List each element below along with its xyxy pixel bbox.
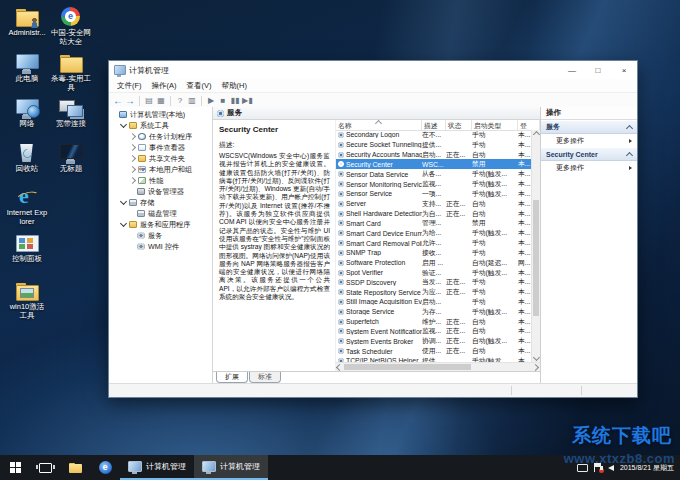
- expander-closed-icon[interactable]: [129, 133, 136, 140]
- browser-button[interactable]: e: [90, 455, 120, 480]
- tree-item-disk-management[interactable]: 磁盘管理: [109, 208, 212, 219]
- minimize-button[interactable]: —: [559, 61, 585, 79]
- service-row[interactable]: Server支持...正在...自动本...: [336, 199, 531, 209]
- desktop-icon-this-pc[interactable]: 此电脑: [6, 52, 48, 84]
- service-row[interactable]: Sensor Monitoring Service监视...手动(触发...本.…: [336, 179, 531, 189]
- actions-section-services[interactable]: 服务: [541, 120, 637, 134]
- tree-item-local-users-groups[interactable]: 本地用户和组: [109, 164, 212, 175]
- desktop-icon-internet-explorer[interactable]: Internet Explorer: [6, 186, 48, 226]
- tree-item-performance[interactable]: 性能: [109, 175, 212, 186]
- column-header-0[interactable]: 名称: [336, 120, 422, 130]
- tab-extended[interactable]: 扩展: [216, 372, 248, 383]
- scroll-down-icon[interactable]: [533, 354, 540, 361]
- tree-item-services[interactable]: 服务: [109, 230, 212, 241]
- menu-view[interactable]: 查看(V): [182, 81, 217, 91]
- tree-item-device-manager[interactable]: 设备管理器: [109, 186, 212, 197]
- service-row[interactable]: Sensor Service一项...手动(触发...本...: [336, 189, 531, 199]
- forward-icon[interactable]: →: [125, 95, 135, 106]
- column-header-3[interactable]: 启动类型: [472, 120, 518, 130]
- service-row[interactable]: Spot Verifier验证...手动(触发...本...: [336, 268, 531, 278]
- service-row[interactable]: SNMP Trap接收...手动本...: [336, 248, 531, 258]
- expander-open-icon[interactable]: [120, 198, 127, 205]
- scroll-left-icon[interactable]: [336, 364, 343, 371]
- tree-item-services-and-apps[interactable]: 服务和应用程序: [109, 219, 212, 230]
- service-row[interactable]: Superfetch维护...正在...自动本...: [336, 317, 531, 327]
- start-button[interactable]: [0, 455, 30, 480]
- desktop-icon-network[interactable]: 网络: [6, 97, 48, 129]
- tree-item-wmi-control[interactable]: WMI 控件: [109, 241, 212, 252]
- tree-item-system-tools[interactable]: 系统工具: [109, 120, 212, 131]
- column-header-1[interactable]: 描述: [422, 120, 446, 130]
- tree-item-event-viewer[interactable]: 事件查看器: [109, 142, 212, 153]
- service-row[interactable]: System Events Broker协调...正在...自动(触发...本.…: [336, 336, 531, 346]
- tree-item-shared-folders[interactable]: 共享文件夹: [109, 153, 212, 164]
- menu-help[interactable]: 帮助(H): [217, 81, 252, 91]
- more-actions-item[interactable]: 更多操作: [541, 161, 637, 174]
- expander-open-icon[interactable]: [120, 220, 127, 227]
- horizontal-scroll-thumb[interactable]: [344, 364, 471, 370]
- service-name: Secondary Logon: [346, 131, 399, 138]
- desktop-icon-control-panel[interactable]: 控制面板: [6, 232, 48, 264]
- close-button[interactable]: ×: [611, 61, 637, 79]
- expander-closed-icon[interactable]: [129, 166, 136, 173]
- menu-file[interactable]: 文件(F): [112, 81, 147, 91]
- desktop-icon-win10-activator[interactable]: win10激活工具: [6, 280, 48, 320]
- desktop-icon-administrator[interactable]: Administr...: [6, 6, 48, 38]
- service-row[interactable]: Smart Card管理...禁用本...: [336, 218, 531, 228]
- service-row[interactable]: Task Scheduler使用...正在...自动本...: [336, 346, 531, 356]
- service-row[interactable]: Software Protection启用 ...自动(延迟...网...: [336, 258, 531, 268]
- service-description: WSCSVC(Windows 安全中心)服务监视并报告计算机上的安全健康设置。健…: [219, 152, 330, 301]
- back-icon[interactable]: ←: [113, 95, 123, 106]
- service-row[interactable]: Still Image Acquisition Ev...启动...手动本...: [336, 297, 531, 307]
- task-view-button[interactable]: [30, 455, 60, 480]
- expander-closed-icon[interactable]: [129, 155, 136, 162]
- show-console-tree-icon[interactable]: ▤: [144, 95, 154, 106]
- service-row[interactable]: Sensor Data Service从各...手动(触发...本...: [336, 169, 531, 179]
- service-row[interactable]: Smart Card Device Enum...为给...手动(触发...本.…: [336, 228, 531, 238]
- tab-standard[interactable]: 标准: [249, 372, 281, 383]
- vertical-scrollbar[interactable]: [531, 130, 540, 362]
- service-row[interactable]: Secure Socket Tunneling ...提供...手动本...: [336, 140, 531, 150]
- service-row[interactable]: Security Accounts Manag...启动...正在...自动本.…: [336, 150, 531, 160]
- desktop-icon-broadband[interactable]: 宽带连接: [50, 97, 92, 129]
- restart-service-icon[interactable]: ▶▮: [242, 95, 253, 106]
- expander-open-icon[interactable]: [120, 121, 127, 128]
- desktop-icon-antivirus-tools[interactable]: 杀毒-实用工具: [50, 52, 92, 92]
- service-row[interactable]: Secondary Logon在不...手动本...: [336, 130, 531, 140]
- desktop-icon-recycle-bin[interactable]: 回收站: [6, 142, 48, 174]
- taskbar-button-computer-management-1[interactable]: 计算机管理: [120, 455, 194, 480]
- service-row[interactable]: Smart Card Removal Poli...允许...手动本...: [336, 238, 531, 248]
- expander-closed-icon[interactable]: [129, 177, 136, 184]
- scroll-right-icon[interactable]: [532, 364, 539, 371]
- file-explorer-button[interactable]: [60, 455, 90, 480]
- export-list-icon[interactable]: ▦: [156, 95, 166, 106]
- desktop-icon-untitled[interactable]: 无标题: [50, 142, 92, 174]
- help-icon[interactable]: ?: [175, 95, 185, 106]
- start-service-icon[interactable]: ▶: [206, 95, 216, 106]
- service-row[interactable]: Shell Hardware Detection为自...正在...自动本...: [336, 209, 531, 219]
- desktop-icon-china-safe-sites[interactable]: 中国-安全网站大全: [50, 6, 92, 46]
- stop-service-icon[interactable]: ■: [218, 95, 228, 106]
- actions-section-security-center[interactable]: Security Center: [541, 147, 637, 161]
- show-action-pane-icon[interactable]: ▥: [187, 95, 197, 106]
- pause-service-icon[interactable]: ▮▮: [230, 95, 240, 106]
- service-row[interactable]: SSDP Discovery当发...正在...手动本...: [336, 277, 531, 287]
- service-row[interactable]: System Event Notification...监视...正在...自动…: [336, 327, 531, 337]
- scroll-up-icon[interactable]: [533, 131, 540, 138]
- horizontal-scrollbar[interactable]: [335, 362, 540, 371]
- menu-action[interactable]: 操作(A): [147, 81, 182, 91]
- tree-item-task-scheduler[interactable]: 任务计划程序: [109, 131, 212, 142]
- taskbar-button-computer-management-2[interactable]: 计算机管理: [194, 455, 268, 480]
- vertical-scroll-thumb[interactable]: [533, 200, 539, 316]
- expander-closed-icon[interactable]: [129, 144, 136, 151]
- title-bar[interactable]: 计算机管理 — □ ×: [109, 61, 637, 79]
- maximize-button[interactable]: □: [585, 61, 611, 79]
- tree-item-computer-management-root[interactable]: 计算机管理(本地): [109, 109, 212, 120]
- service-row[interactable]: Security CenterWSC...禁用本...: [336, 159, 531, 169]
- service-row[interactable]: State Repository Service为应...正在...手动本...: [336, 287, 531, 297]
- tree-item-storage[interactable]: 存储: [109, 197, 212, 208]
- service-row[interactable]: Storage Service为存...手动(触发...本...: [336, 307, 531, 317]
- column-header-4[interactable]: 登: [518, 120, 540, 130]
- more-actions-item[interactable]: 更多操作: [541, 134, 637, 147]
- column-header-2[interactable]: 状态: [446, 120, 472, 130]
